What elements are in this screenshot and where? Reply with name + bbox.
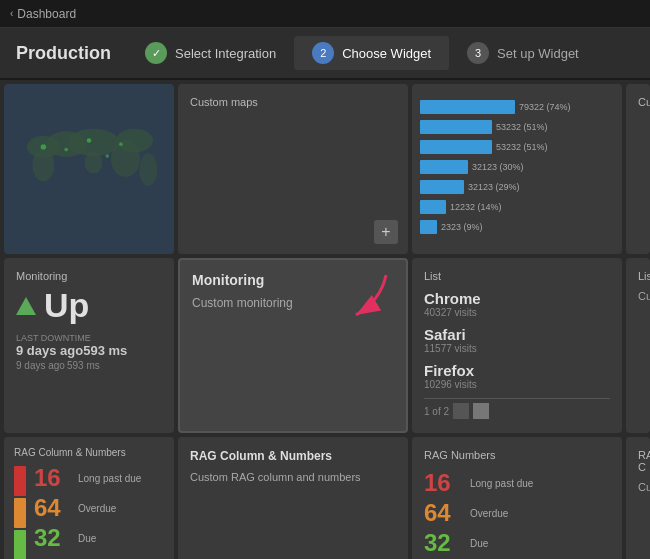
up-text: Up [44,286,89,325]
list-card-title: List [424,270,610,282]
wizard-steps: ✓ Select Integration 2 Choose Widget 3 S… [127,36,597,70]
rag-num-row-3: 32 Due [424,529,610,557]
list-item-safari: Safari 11577 visits [424,326,610,354]
wizard-title: Production [16,43,111,64]
bar-label-6: 12232 (14%) [450,202,502,212]
bar-row-6: 12232 (14%) [420,200,614,214]
bar-label-4: 32123 (30%) [472,162,524,172]
rag-column-numbers-card[interactable]: RAG Column & Numbers 16 Long past due 64 [4,437,174,559]
rag-col-custom-desc: Custom RAG column and numbers [190,471,396,483]
svg-point-10 [87,138,92,143]
back-link[interactable]: ‹ Dashboard [10,7,76,21]
rag-row-3: 32 Due [34,524,141,552]
top-navigation: ‹ Dashboard [0,0,650,28]
rag-color-column [14,466,26,559]
svg-point-8 [139,153,157,186]
rag-numbers-card[interactable]: RAG Numbers 16 Long past due 64 Overdue … [412,437,622,559]
monitoring-stat-card[interactable]: Monitoring Up LAST DOWNTIME 9 days ago59… [4,258,174,433]
custom-maps-card[interactable]: Custom maps + [178,84,408,254]
rag-number-2: 64 [34,494,68,522]
rag-desc-1: Long past due [78,473,141,484]
rag-desc-2: Overdue [78,503,116,514]
svg-point-6 [84,151,102,173]
rag-number-3: 32 [34,524,68,552]
bar-chart-card[interactable]: 79322 (74%) 53232 (51%) 53232 (51%) 3212… [412,84,622,254]
list-item-firefox: Firefox 10296 visits [424,362,610,390]
list-divider [424,398,610,399]
stat-combined-row: 9 days ago593 ms [16,360,162,371]
list-item-firefox-visits: 10296 visits [424,379,610,390]
list-item-firefox-name: Firefox [424,362,610,379]
wizard-step-1[interactable]: ✓ Select Integration [127,36,294,70]
bar-fill-6 [420,200,446,214]
rag-numbers-title: RAG Numbers [424,449,610,461]
svg-point-9 [41,144,46,149]
list-pagination: 1 of 2 [424,403,610,419]
list-page-count: 1 of 2 [424,406,449,417]
monitoring-custom-title: Monitoring [192,272,394,288]
rag-row-1: 16 Long past due [34,464,141,492]
wizard-header: Production ✓ Select Integration 2 Choose… [0,28,650,80]
rag-row-2: 64 Overdue [34,494,141,522]
rag-num-desc-2: Overdue [470,508,508,519]
rag-num-3: 32 [424,529,460,557]
rag-partial-card: RAG C Custo [626,437,650,559]
bar-label-2: 53232 (51%) [496,122,548,132]
rag-numbers-content: 16 Long past due 64 Overdue 32 Due [424,469,610,557]
svg-point-5 [32,149,54,182]
rag-num-2: 64 [424,499,460,527]
rag-red-bar [14,466,26,496]
up-triangle-icon [16,297,36,315]
back-label: Dashboard [17,7,76,21]
rag-col-numbers: 16 Long past due 64 Overdue 32 Due [34,464,141,552]
partial-card-row1: Custo [626,84,650,254]
prev-page-button[interactable] [453,403,469,419]
wizard-step-2[interactable]: 2 Choose Widget [294,36,449,70]
step1-circle: ✓ [145,42,167,64]
list-item-safari-visits: 11577 visits [424,343,610,354]
chevron-left-icon: ‹ [10,8,13,19]
step1-label: Select Integration [175,46,276,61]
rag-num-1: 16 [424,469,460,497]
list-item-chrome-visits: 40327 visits [424,307,610,318]
wizard-step-3[interactable]: 3 Set up Widget [449,36,597,70]
list-widget-card[interactable]: List Chrome 40327 visits Safari 11577 vi… [412,258,622,433]
last-downtime-value: 9 days ago593 ms [16,343,127,358]
rag-col-title: RAG Column & Numbers [14,447,164,458]
widget-grid: Custom maps + 79322 (74%) 53232 (51%) 53… [0,80,650,559]
step3-label: Set up Widget [497,46,579,61]
add-widget-button[interactable]: + [374,220,398,244]
bar-fill-3 [420,140,492,154]
rag-col-content: RAG Column & Numbers 16 Long past due 64 [14,447,164,559]
rag-col-custom-card[interactable]: RAG Column & Numbers Custom RAG column a… [178,437,408,559]
last-downtime-group: LAST DOWNTIME 9 days ago593 ms [16,333,127,358]
next-page-button[interactable] [473,403,489,419]
svg-point-13 [105,154,109,158]
bar-label-7: 2323 (9%) [441,222,483,232]
list-item-chrome-name: Chrome [424,290,610,307]
rag-num-desc-3: Due [470,538,488,549]
rag-orange-bar [14,498,26,528]
map-widget-card[interactable] [4,84,174,254]
bar-label-3: 53232 (51%) [496,142,548,152]
bar-chart-content: 79322 (74%) 53232 (51%) 53232 (51%) 3212… [420,100,614,237]
bar-fill-5 [420,180,464,194]
rag-desc-3: Due [78,533,96,544]
step2-label: Choose Widget [342,46,431,61]
rag-green-bar [14,530,26,559]
bar-row-7: 2323 (9%) [420,220,614,234]
bar-row-5: 32123 (29%) [420,180,614,194]
svg-point-12 [119,142,123,146]
rag-col-custom-title: RAG Column & Numbers [190,449,396,463]
bar-fill-1 [420,100,515,114]
list-item-chrome: Chrome 40327 visits [424,290,610,318]
step2-circle: 2 [312,42,334,64]
rag-num-row-1: 16 Long past due [424,469,610,497]
last-downtime-info: 9 days ago [16,360,65,371]
bar-fill-2 [420,120,492,134]
downtime-row: LAST DOWNTIME 9 days ago593 ms [16,333,162,358]
monitoring-stat-label: Monitoring [16,270,162,282]
list-partial-card: List Custo [626,258,650,433]
monitoring-custom-card[interactable]: Monitoring Custom monitoring [178,258,408,433]
custom-maps-title: Custom maps [190,96,258,108]
